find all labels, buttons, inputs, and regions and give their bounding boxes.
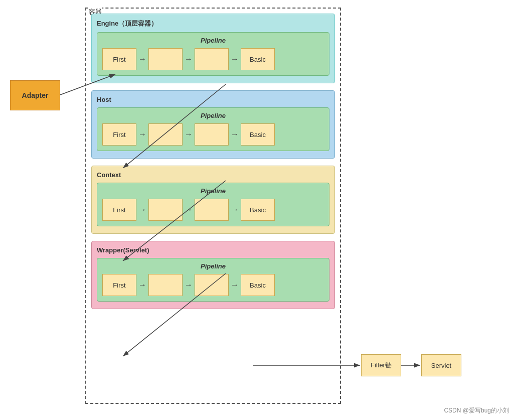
context-arrow-3: → <box>231 205 239 214</box>
host-box-basic: Basic <box>241 123 275 146</box>
engine-box-2 <box>148 48 183 70</box>
engine-pipeline-label: Pipeline <box>102 37 324 44</box>
host-box-2 <box>148 123 183 146</box>
wrapper-pipeline: Pipeline First → → → Basic <box>97 258 329 302</box>
watermark: CSDN @爱写bug的小刘 <box>444 406 509 415</box>
engine-pipeline-row: First → → → Basic <box>102 48 324 70</box>
servlet-label: Servlet <box>431 362 451 369</box>
host-arrow-3: → <box>231 130 239 139</box>
wrapper-arrow-2: → <box>185 281 193 290</box>
host-label: Host <box>97 96 329 103</box>
engine-arrow-3: → <box>231 55 239 64</box>
wrapper-pipeline-label: Pipeline <box>102 262 324 270</box>
engine-arrow-2: → <box>185 55 193 64</box>
context-box-basic: Basic <box>241 199 275 221</box>
host-pipeline-row: First → → → Basic <box>102 123 324 146</box>
wrapper-box-3 <box>195 274 229 296</box>
engine-box-basic: Basic <box>241 48 275 70</box>
context-pipeline-label: Pipeline <box>102 187 324 195</box>
engine-label: Engine（顶层容器） <box>97 19 329 28</box>
wrapper-arrow-3: → <box>231 281 239 290</box>
filter-chain-box: Filter链 <box>361 354 401 376</box>
adapter-label: Adapter <box>22 91 49 99</box>
engine-pipeline: Pipeline First → → → Basic <box>97 32 329 76</box>
host-pipeline-label: Pipeline <box>102 112 324 119</box>
host-section: Host Pipeline First → → → Basic <box>91 90 335 159</box>
host-arrow-2: → <box>185 130 193 139</box>
wrapper-box-first: First <box>102 274 136 296</box>
host-pipeline: Pipeline First → → → Basic <box>97 107 329 151</box>
context-box-first: First <box>102 199 136 221</box>
context-box-2 <box>148 199 183 221</box>
engine-section: Engine（顶层容器） Pipeline First → → → Basic <box>91 14 335 83</box>
engine-box-first: First <box>102 48 136 70</box>
context-arrow-1: → <box>138 205 146 214</box>
engine-arrow-1: → <box>138 55 146 64</box>
context-pipeline: Pipeline First → → → Basic <box>97 183 329 226</box>
adapter-box: Adapter <box>10 80 60 110</box>
context-arrow-2: → <box>185 205 193 214</box>
wrapper-box-2 <box>148 274 183 296</box>
wrapper-box-basic: Basic <box>241 274 275 296</box>
wrapper-pipeline-row: First → → → Basic <box>102 274 324 296</box>
context-box-3 <box>195 199 229 221</box>
main-container: 容器 Engine（顶层容器） Pipeline First → → → Bas… <box>85 8 341 404</box>
context-label: Context <box>97 171 329 179</box>
host-arrow-1: → <box>138 130 146 139</box>
wrapper-section: Wrapper(Servlet) Pipeline First → → → Ba… <box>91 241 335 309</box>
host-box-first: First <box>102 123 136 146</box>
servlet-box: Servlet <box>421 354 461 376</box>
wrapper-arrow-1: → <box>138 281 146 290</box>
host-box-3 <box>195 123 229 146</box>
filter-chain-label: Filter链 <box>371 361 392 370</box>
context-pipeline-row: First → → → Basic <box>102 199 324 221</box>
wrapper-label: Wrapper(Servlet) <box>97 246 329 254</box>
engine-box-3 <box>195 48 229 70</box>
context-section: Context Pipeline First → → → Basic <box>91 166 335 234</box>
